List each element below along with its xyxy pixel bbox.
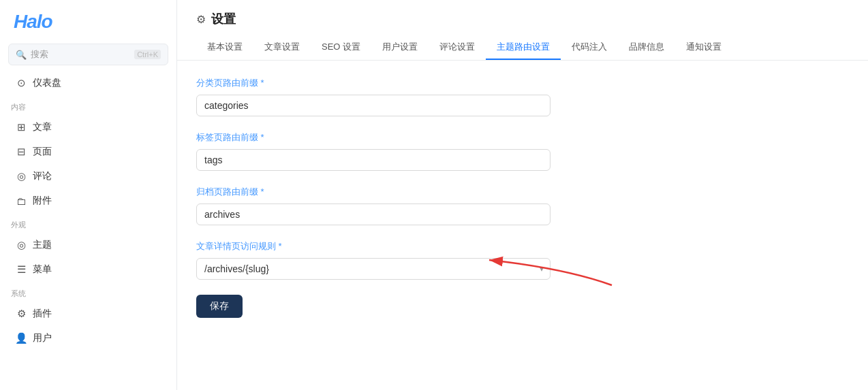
tab-user[interactable]: 用户设置 [371,35,429,60]
tag-form-group: 标签页路由前缀 * [196,131,849,171]
sidebar-item-attachments[interactable]: 🗀 附件 [4,189,172,212]
section-label-content: 内容 [0,95,176,115]
article-rule-label: 文章详情页访问规则 * [196,240,849,253]
sidebar: Halo 🔍 搜索 Ctrl+K ⊙ 仪表盘 内容 ⊞ 文章 ⊟ 页面 ◎ 评论… [0,0,177,390]
select-outer: /archives/{slug} /{slug} /posts/{slug} ▾ [196,258,551,280]
tab-code-inject[interactable]: 代码注入 [561,35,618,60]
archive-label: 归档页路由前缀 * [196,186,849,198]
page-header: ⚙ 设置 基本设置 文章设置 SEO 设置 用户设置 评论设置 主题路由设置 代… [177,0,868,61]
category-input[interactable] [196,95,551,116]
sidebar-item-label: 页面 [33,146,52,158]
form-content: 分类页路由前缀 * 标签页路由前缀 * 归档页路由前缀 * 文章详情页访问规则 … [177,61,868,390]
archive-input[interactable] [196,204,551,225]
tab-comment[interactable]: 评论设置 [429,35,486,60]
archive-form-group: 归档页路由前缀 * [196,186,849,225]
menus-icon: ☰ [15,263,27,276]
settings-tabs: 基本设置 文章设置 SEO 设置 用户设置 评论设置 主题路由设置 代码注入 品… [196,35,849,60]
sidebar-item-comments[interactable]: ◎ 评论 [4,165,172,188]
tab-basic[interactable]: 基本设置 [196,35,253,60]
attachments-icon: 🗀 [15,195,27,207]
app-logo: Halo [0,0,176,44]
page-title: 设置 [211,11,236,27]
users-icon: 👤 [15,332,27,344]
pages-icon: ⊟ [15,146,27,158]
save-button[interactable]: 保存 [196,295,243,318]
sidebar-item-dashboard[interactable]: ⊙ 仪表盘 [4,71,172,95]
sidebar-item-label: 菜单 [33,263,52,276]
search-icon: 🔍 [16,50,27,60]
sidebar-item-label: 主题 [33,239,52,251]
category-form-group: 分类页路由前缀 * [196,77,849,116]
comments-icon: ◎ [15,170,27,182]
themes-icon: ◎ [15,239,27,251]
sidebar-item-themes[interactable]: ◎ 主题 [4,233,172,257]
category-label: 分类页路由前缀 * [196,77,849,89]
article-rule-form-group: 文章详情页访问规则 * /archives/{slug} /{slug} /po… [196,240,849,280]
sidebar-item-label: 文章 [33,121,52,133]
article-rule-select[interactable]: /archives/{slug} /{slug} /posts/{slug} [196,258,551,280]
search-box[interactable]: 🔍 搜索 Ctrl+K [8,44,168,65]
tab-theme-route[interactable]: 主题路由设置 [486,35,561,60]
tag-label: 标签页路由前缀 * [196,131,849,144]
sidebar-item-articles[interactable]: ⊞ 文章 [4,116,172,139]
sidebar-item-plugins[interactable]: ⚙ 插件 [4,302,172,325]
sidebar-item-label: 仪表盘 [33,77,61,89]
sidebar-item-label: 用户 [33,332,52,344]
plugins-icon: ⚙ [15,308,27,320]
tab-seo[interactable]: SEO 设置 [311,35,371,60]
tab-brand[interactable]: 品牌信息 [618,35,675,60]
sidebar-item-users[interactable]: 👤 用户 [4,327,172,350]
search-placeholder: 搜索 [31,48,48,61]
section-label-system: 系统 [0,282,176,302]
article-rule-select-wrapper: /archives/{slug} /{slug} /posts/{slug} ▾ [196,258,551,280]
sidebar-item-label: 附件 [33,195,52,207]
section-label-appearance: 外观 [0,213,176,233]
sidebar-item-menus[interactable]: ☰ 菜单 [4,258,172,281]
search-shortcut: Ctrl+K [134,50,161,59]
sidebar-item-pages[interactable]: ⊟ 页面 [4,140,172,163]
sidebar-item-label: 评论 [33,170,52,182]
save-button-group: 保存 [196,295,849,318]
main-content: ⚙ 设置 基本设置 文章设置 SEO 设置 用户设置 评论设置 主题路由设置 代… [177,0,868,390]
articles-icon: ⊞ [15,121,27,133]
dashboard-icon: ⊙ [15,77,27,89]
tab-article[interactable]: 文章设置 [253,35,311,60]
tag-input[interactable] [196,149,551,171]
sidebar-item-label: 插件 [33,308,52,320]
tab-notification[interactable]: 通知设置 [675,35,732,60]
settings-gear-icon: ⚙ [196,13,206,26]
